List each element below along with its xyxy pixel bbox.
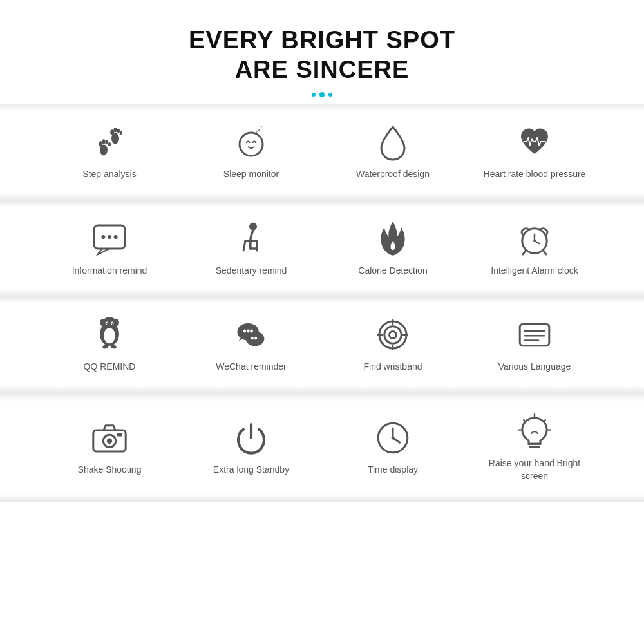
svg-point-38 — [243, 330, 246, 333]
svg-point-56 — [107, 438, 112, 443]
sedentary-label: Sedentary remind — [216, 265, 287, 278]
feature-waterproof: Waterproof design — [341, 123, 444, 181]
feature-sleep-monitor: Z z z Sleep monitor — [200, 123, 303, 181]
feature-step-analysis: Step analysis — [58, 123, 161, 181]
chat-icon — [90, 220, 129, 258]
qq-icon — [90, 316, 129, 354]
language-icon — [515, 316, 554, 354]
feature-sedentary: Sedentary remind — [200, 220, 303, 278]
header: EVERY BRIGHT SPOT ARE SINCERE — [189, 0, 455, 104]
water-drop-icon — [374, 123, 412, 162]
feature-raise-hand: Raise your hand Bright screen — [483, 412, 586, 482]
info-remind-label: Information remind — [72, 265, 147, 278]
feature-row-4: Shake Shooting Extra long Standby Time d… — [0, 401, 644, 494]
svg-text:z: z — [260, 126, 262, 129]
svg-point-43 — [379, 321, 406, 348]
waterproof-label: Waterproof design — [356, 168, 430, 181]
svg-point-44 — [384, 327, 401, 343]
svg-point-42 — [254, 337, 257, 340]
divider-top-1 — [0, 104, 644, 111]
camera-icon — [90, 419, 129, 457]
sleep-monitor-label: Sleep monitor — [223, 168, 279, 181]
svg-line-65 — [524, 420, 526, 422]
feature-heart-rate: Heart rate blood pressure — [483, 123, 586, 181]
svg-line-66 — [544, 420, 545, 422]
feature-calorie: Calorie Detection — [341, 220, 444, 278]
svg-point-18 — [249, 223, 257, 231]
page: EVERY BRIGHT SPOT ARE SINCERE — [0, 0, 644, 644]
standby-label: Extra long Standby — [213, 464, 289, 477]
lightbulb-icon — [515, 412, 554, 451]
feature-qq: QQ REMIND — [58, 316, 161, 374]
svg-point-61 — [392, 436, 395, 439]
wechat-label: WeChat reminder — [216, 361, 286, 374]
svg-point-45 — [390, 332, 397, 339]
svg-rect-57 — [117, 433, 122, 437]
svg-point-28 — [114, 319, 119, 327]
svg-point-6 — [110, 129, 114, 135]
divider-top-2 — [0, 200, 644, 208]
svg-point-4 — [108, 142, 111, 146]
clock-icon — [374, 419, 412, 457]
svg-point-2 — [102, 139, 105, 144]
raise-hand-label: Raise your hand Bright screen — [483, 457, 586, 482]
sitting-icon — [232, 220, 270, 258]
svg-point-32 — [106, 323, 108, 325]
target-icon — [374, 316, 412, 354]
svg-point-41 — [251, 337, 254, 340]
find-wristband-label: Find wristband — [363, 361, 422, 374]
feature-wechat: WeChat reminder — [200, 316, 303, 374]
alarm-icon — [515, 220, 554, 258]
feature-time: Time display — [341, 419, 444, 477]
decorative-dots — [189, 92, 455, 97]
svg-line-21 — [544, 251, 546, 254]
heart-rate-icon — [515, 123, 554, 162]
svg-point-9 — [120, 131, 122, 135]
headline: EVERY BRIGHT SPOT ARE SINCERE — [189, 26, 455, 84]
svg-text:z: z — [258, 128, 260, 131]
divider-bottom-1 — [0, 193, 644, 200]
feature-row-2: Information remind Sedentar — [0, 208, 644, 289]
sleep-icon: Z z z — [232, 123, 270, 162]
svg-point-10 — [240, 133, 263, 156]
svg-point-15 — [101, 235, 105, 239]
alarm-label: Intelligent Alarm clock — [491, 265, 578, 278]
flame-icon — [374, 220, 412, 258]
feature-standby: Extra long Standby — [200, 419, 303, 477]
step-analysis-label: Step analysis — [82, 168, 136, 181]
svg-point-24 — [533, 240, 536, 242]
dot-1 — [312, 93, 316, 97]
svg-point-16 — [108, 235, 111, 239]
feature-row-1: Step analysis Z z z Sleep monitor — [0, 111, 644, 193]
footprints-icon — [90, 123, 129, 162]
svg-point-33 — [112, 323, 113, 325]
shooting-label: Shake Shooting — [78, 464, 142, 477]
language-label: Various Language — [498, 361, 571, 374]
svg-point-40 — [250, 330, 253, 333]
dot-3 — [328, 93, 332, 97]
qq-label: QQ REMIND — [84, 361, 136, 374]
dot-2 — [319, 92, 325, 97]
divider-top-3 — [0, 296, 644, 304]
feature-alarm: Intelligent Alarm clock — [483, 220, 586, 278]
divider-bottom-2 — [0, 289, 644, 296]
feature-shooting: Shake Shooting — [58, 419, 161, 477]
svg-point-39 — [247, 330, 250, 333]
feature-info-remind: Information remind — [58, 220, 161, 278]
heart-rate-label: Heart rate blood pressure — [484, 168, 586, 181]
divider-bottom-4 — [0, 494, 644, 502]
svg-point-27 — [100, 319, 105, 327]
feature-row-3: QQ REMIND — [0, 304, 644, 385]
svg-point-17 — [114, 235, 118, 239]
feature-find-wristband: Find wristband — [341, 316, 444, 374]
svg-point-8 — [117, 129, 120, 133]
svg-point-29 — [104, 328, 115, 344]
time-label: Time display — [368, 464, 418, 477]
svg-point-1 — [99, 141, 102, 146]
wechat-icon — [232, 316, 270, 354]
divider-top-4 — [0, 393, 644, 401]
svg-point-7 — [113, 128, 117, 132]
power-icon — [232, 419, 270, 457]
calorie-label: Calorie Detection — [358, 265, 427, 278]
svg-point-3 — [105, 140, 108, 145]
